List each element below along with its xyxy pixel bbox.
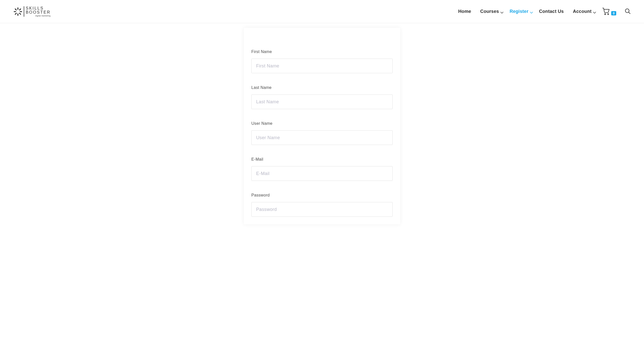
nav-home[interactable]: Home bbox=[458, 9, 471, 14]
asterisk-icon bbox=[14, 7, 22, 16]
form-group-password: Password bbox=[251, 193, 393, 217]
last-name-label: Last Name bbox=[251, 85, 393, 90]
form-group-user-name: User Name bbox=[251, 121, 393, 145]
site-header: SKILLS BOOSTER digital marketing Home Co… bbox=[0, 0, 644, 23]
header-icons: 0 bbox=[602, 7, 630, 16]
svg-point-7 bbox=[15, 12, 17, 15]
svg-point-1 bbox=[17, 13, 18, 16]
main-nav: Home Courses Register Contact Us Account bbox=[458, 7, 630, 16]
svg-point-6 bbox=[19, 8, 21, 11]
form-group-last-name: Last Name bbox=[251, 85, 393, 109]
nav-account[interactable]: Account bbox=[573, 9, 593, 14]
nav-contact-label: Contact Us bbox=[539, 9, 564, 14]
email-label: E-Mail bbox=[251, 157, 393, 162]
logo-line1: SKILLS bbox=[26, 6, 50, 10]
email-input[interactable] bbox=[251, 166, 393, 181]
form-group-first-name: First Name bbox=[251, 50, 393, 73]
search-icon bbox=[625, 10, 630, 15]
logo-text: SKILLS BOOSTER digital marketing bbox=[24, 6, 50, 17]
svg-point-3 bbox=[20, 11, 22, 12]
svg-point-2 bbox=[14, 11, 16, 12]
svg-point-9 bbox=[608, 14, 609, 15]
nav-register-label: Register bbox=[509, 9, 528, 14]
nav-courses[interactable]: Courses bbox=[480, 9, 500, 14]
main-content: First Name Last Name User Name E-Mail Pa… bbox=[0, 23, 644, 343]
user-name-label: User Name bbox=[251, 121, 393, 126]
nav-courses-label: Courses bbox=[480, 9, 499, 14]
nav-register[interactable]: Register bbox=[509, 9, 530, 14]
logo-line2: BOOSTER bbox=[26, 10, 50, 14]
nav-account-label: Account bbox=[573, 9, 592, 14]
svg-point-0 bbox=[17, 7, 18, 10]
user-name-input[interactable] bbox=[251, 130, 393, 145]
nav-home-label: Home bbox=[458, 9, 471, 14]
site-logo[interactable]: SKILLS BOOSTER digital marketing bbox=[14, 6, 50, 17]
password-input[interactable] bbox=[251, 202, 393, 217]
last-name-input[interactable] bbox=[251, 94, 393, 109]
search-button[interactable] bbox=[625, 8, 630, 15]
svg-line-11 bbox=[629, 12, 630, 14]
svg-point-8 bbox=[605, 14, 606, 15]
cart-button[interactable]: 0 bbox=[602, 7, 616, 16]
first-name-label: First Name bbox=[251, 50, 393, 54]
svg-point-5 bbox=[19, 12, 21, 15]
register-form-card: First Name Last Name User Name E-Mail Pa… bbox=[244, 28, 400, 224]
first-name-input[interactable] bbox=[251, 59, 393, 73]
password-label: Password bbox=[251, 193, 393, 198]
cart-count-badge: 0 bbox=[611, 11, 616, 15]
svg-point-4 bbox=[15, 8, 17, 11]
nav-contact[interactable]: Contact Us bbox=[539, 9, 564, 14]
cart-icon bbox=[602, 7, 610, 16]
form-group-email: E-Mail bbox=[251, 157, 393, 181]
logo-tagline: digital marketing bbox=[35, 15, 51, 17]
